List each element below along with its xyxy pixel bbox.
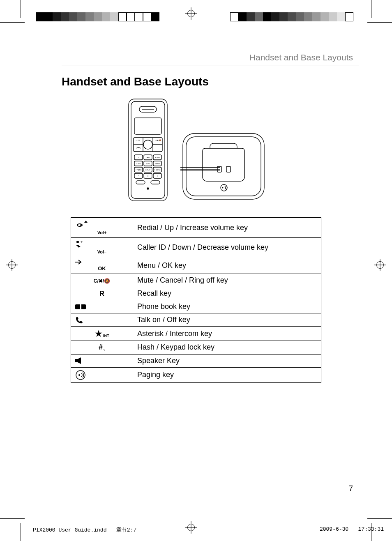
svg-text:2 ABC: 2 ABC [145,157,150,159]
svg-marker-49 [84,221,88,223]
svg-marker-54 [77,246,81,248]
svg-text:9 WXYZ: 9 WXYZ [154,169,161,171]
device-illustrations: 12 ABC3 DEF 4 GHI5 JKL6 MNO 7 PQRS8 TUV9… [33,98,359,205]
svg-point-10 [143,140,152,149]
svg-rect-41 [186,137,261,196]
desc-speaker: Speaker Key [133,354,321,367]
svg-point-51 [80,224,82,226]
handset-illustration: 12 ABC3 DEF 4 GHI5 JKL6 MNO 7 PQRS8 TUV9… [125,98,171,205]
svg-text:4 GHI: 4 GHI [136,163,141,165]
desc-hash: Hash / Keypad lock key [133,341,321,355]
svg-text:7 PQRS: 7 PQRS [136,169,142,171]
key-legend-table: Vol+ Redial / Up / Increase volume key ?… [71,217,321,383]
svg-point-25 [147,188,149,189]
desc-redial-up: Redial / Up / Increase volume key [133,218,321,238]
page-number: 7 [349,484,353,493]
page-content: Handset and Base Layouts Handset and Bas… [33,33,359,505]
symbol-phonebook [71,300,133,313]
desc-paging: Paging key [133,367,321,382]
svg-text:6 MNO: 6 MNO [155,163,160,165]
desc-recall: Recall key [133,287,321,300]
svg-point-48 [222,187,224,189]
symbol-redial-up: Vol+ [71,218,133,238]
symbol-talk [71,313,133,327]
svg-text:*: * [138,175,139,177]
svg-text:5 JKL: 5 JKL [146,163,150,165]
base-illustration [180,131,267,205]
symbol-speaker [71,354,133,367]
symbol-cancel: C/✖/🔕 [71,274,133,287]
svg-text:8 TUV: 8 TUV [145,169,150,171]
svg-point-58 [78,374,80,376]
symbol-menu-ok: OK [71,257,133,274]
svg-rect-1 [131,101,165,198]
svg-point-52 [76,241,79,243]
desc-talk: Talk on / Off key [133,313,321,327]
page-title: Handset and Base Layouts [62,75,359,88]
svg-rect-23 [136,181,145,184]
symbol-hash: #⌂ [71,341,133,355]
svg-text:0: 0 [148,175,149,177]
desc-callerid-down: Caller ID / Down / Decrease volume key [133,238,321,257]
slug-line: PIX2000 User Guide.indd 章节2:7 2009-6-30 … [33,526,384,534]
symbol-recall: R [71,287,133,300]
svg-rect-4 [134,118,161,134]
svg-text:#: # [157,175,158,177]
svg-rect-43 [226,166,231,172]
running-head: Handset and Base Layouts [62,53,359,65]
symbol-callerid-down: ? Vol– [71,238,133,257]
svg-rect-0 [129,99,167,201]
desc-menu-ok: Menu / OK key [133,257,321,274]
svg-text:?: ? [81,240,83,244]
desc-phonebook: Phone book key [133,300,321,313]
symbol-paging [71,367,133,382]
svg-text:3 DEF: 3 DEF [155,157,160,159]
svg-marker-56 [75,357,81,364]
symbol-asterisk: ★ INT [71,327,133,341]
svg-text:1: 1 [138,157,139,159]
svg-text:→ OK: → OK [136,139,140,141]
desc-asterisk: Asterisk / Intercom key [133,327,321,341]
desc-cancel: Mute / Cancel / Ring off key [133,274,321,287]
svg-rect-24 [151,181,160,184]
svg-text:C/✖/🔕: C/✖/🔕 [155,139,161,141]
